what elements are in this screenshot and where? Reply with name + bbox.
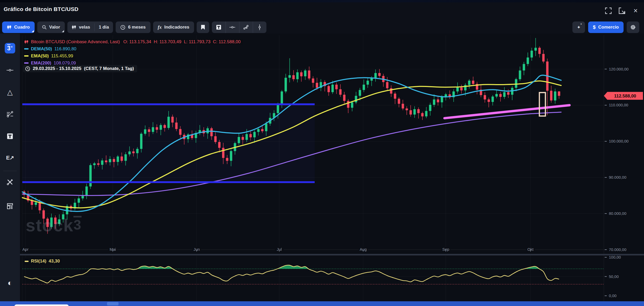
legend-ema50-row[interactable]: EMA(50) 115.455,99 — [23, 52, 243, 59]
hline-draw-button[interactable] — [4, 64, 16, 76]
legend-symbol-row[interactable]: Bitcoin BTC/USD (Coinbase Advanced, Last… — [23, 38, 243, 45]
clock-icon — [25, 66, 30, 71]
corner-fold — [62, 30, 64, 32]
rsi-swatch — [25, 261, 29, 262]
trade-button[interactable]: $ Comercio — [588, 21, 624, 33]
legend-symbol: Bitcoin BTC/USD (Coinbase Advanced, Last… — [31, 39, 120, 45]
popout-icon[interactable] — [618, 7, 626, 14]
triangle-icon: △ — [7, 89, 13, 96]
svg-text:112.588,00: 112.588,00 — [614, 94, 636, 99]
svg-text:100,00: 100,00 — [609, 255, 621, 259]
legend-ohlc: O: 113.175,34 H: 113.703,49 L: 111.793,7… — [123, 39, 240, 45]
date-range-text: 29.03.2025 - 15.10.2025 — [33, 66, 81, 71]
svg-text:Aug: Aug — [360, 247, 367, 252]
stock3-watermark: stock3 — [26, 215, 82, 235]
legend-dema-row[interactable]: DEMA(50) 116.890,80 — [23, 45, 243, 52]
layout-icon — [7, 203, 13, 209]
interval-label: 1 día — [99, 25, 109, 30]
vline-tool-button[interactable] — [253, 21, 266, 33]
sparkles-icon: ✦✦ — [577, 25, 581, 30]
sidebar-divider — [3, 171, 17, 171]
date-range-badge[interactable]: 29.03.2025 - 15.10.2025 (CEST, 7 Monate,… — [23, 65, 137, 72]
export-button[interactable]: E↗ — [4, 152, 16, 163]
dema-label: DEMA(50) — [31, 46, 52, 52]
vline-icon — [257, 24, 262, 30]
tools-button[interactable] — [4, 176, 16, 188]
bottom-bar[interactable] — [0, 301, 644, 306]
range-label: 6 meses — [128, 25, 146, 30]
svg-text:Apr: Apr — [22, 247, 28, 252]
dollar-icon: $ — [593, 24, 596, 30]
chart-type-button[interactable]: Cuadro — [2, 21, 35, 33]
analysis-list-button[interactable] — [4, 108, 16, 120]
bookmark-button[interactable] — [197, 21, 209, 33]
symbol-search-label: Valor — [49, 25, 60, 30]
text-icon — [216, 25, 221, 30]
indicators-label: Indicadores — [164, 25, 189, 30]
search-icon — [42, 25, 47, 30]
chart-toolbar: Cuadro Valor velas — [0, 21, 644, 34]
candles-icon — [24, 40, 29, 44]
ai-assistant-button[interactable]: ✦✦ — [572, 21, 585, 33]
bookmark-icon — [201, 25, 205, 30]
svg-text:0,00: 0,00 — [609, 293, 616, 298]
layout-button[interactable] — [4, 200, 16, 212]
bottom-dock-pill[interactable] — [14, 304, 69, 306]
hline-icon — [7, 68, 13, 73]
text-tool-button[interactable] — [212, 21, 226, 33]
svg-text:120.000,00: 120.000,00 — [609, 67, 629, 71]
page-title: Gráfico de Bitcoin BTC/USD — [0, 6, 78, 12]
interval-button[interactable]: 1 día — [95, 21, 113, 33]
svg-text:Jul: Jul — [277, 247, 282, 252]
symbol-search-button[interactable]: Valor — [37, 21, 65, 33]
svg-text:Okt: Okt — [527, 247, 534, 252]
price-chart-canvas[interactable]: 120.000,00110.000,00100.000,0090.000,008… — [20, 34, 644, 306]
triangle-pattern-button[interactable]: △ — [4, 86, 16, 98]
svg-text:70.000,00: 70.000,00 — [609, 247, 626, 252]
ema50-value: 115.455,99 — [51, 53, 73, 59]
dema-value: 116.890,80 — [54, 46, 76, 52]
candles-icon — [72, 25, 76, 30]
hline-tool-button[interactable] — [226, 21, 239, 33]
clock-icon — [120, 25, 125, 30]
dema-swatch — [24, 48, 29, 50]
settings-button[interactable] — [627, 21, 639, 33]
svg-text:110.000,00: 110.000,00 — [609, 103, 628, 107]
svg-text:Sep: Sep — [442, 247, 449, 252]
text-icon — [7, 133, 13, 139]
chart-window: Gráfico de Bitcoin BTC/USD × — [0, 0, 644, 306]
svg-text:100.000,00: 100.000,00 — [609, 139, 629, 143]
date-range-suffix: (CEST, 7 Monate, 1 Tag) — [84, 66, 134, 71]
chart-type-label: Cuadro — [14, 25, 30, 30]
title-bar: Gráfico de Bitcoin BTC/USD × — [0, 2, 644, 16]
trade-label: Comercio — [598, 25, 619, 30]
chart-legend: Bitcoin BTC/USD (Coinbase Advanced, Last… — [23, 38, 243, 67]
fullscreen-icon[interactable] — [605, 7, 612, 14]
candle-style-label: velas — [79, 25, 90, 30]
rsi-legend[interactable]: RSI(14) 43,30 — [23, 258, 62, 265]
ema50-swatch — [24, 55, 29, 57]
range-button[interactable]: 6 meses — [116, 21, 150, 33]
contrast-icon: ◐ — [8, 279, 12, 287]
fx-icon: fx — [158, 25, 162, 30]
drawing-tools-group — [212, 21, 266, 33]
indicators-button[interactable]: fx Indicadores — [153, 21, 194, 33]
scrollbar-thumb[interactable] — [107, 302, 119, 305]
gear-icon — [630, 24, 636, 30]
svg-text:Mai: Mai — [110, 247, 116, 252]
trendline-tool-button[interactable] — [239, 21, 253, 33]
svg-text:Jun: Jun — [194, 247, 200, 252]
svg-text:80.000,00: 80.000,00 — [609, 211, 626, 216]
rsi-value: 43,30 — [49, 259, 60, 264]
window-top-strip — [0, 0, 644, 2]
left-sidebar: 3+ △ E↗ — [0, 34, 20, 302]
corner-fold — [32, 30, 34, 32]
stock3-plus-button[interactable]: 3+ — [5, 43, 15, 53]
tools-icon — [7, 179, 13, 185]
svg-text:90.000,00: 90.000,00 — [609, 175, 626, 179]
text-note-button[interactable] — [4, 130, 16, 142]
svg-text:50,00: 50,00 — [609, 274, 619, 279]
close-icon[interactable]: × — [632, 7, 639, 14]
candle-style-button[interactable]: velas — [67, 21, 94, 33]
theme-toggle-button[interactable]: ◐ — [4, 277, 16, 289]
